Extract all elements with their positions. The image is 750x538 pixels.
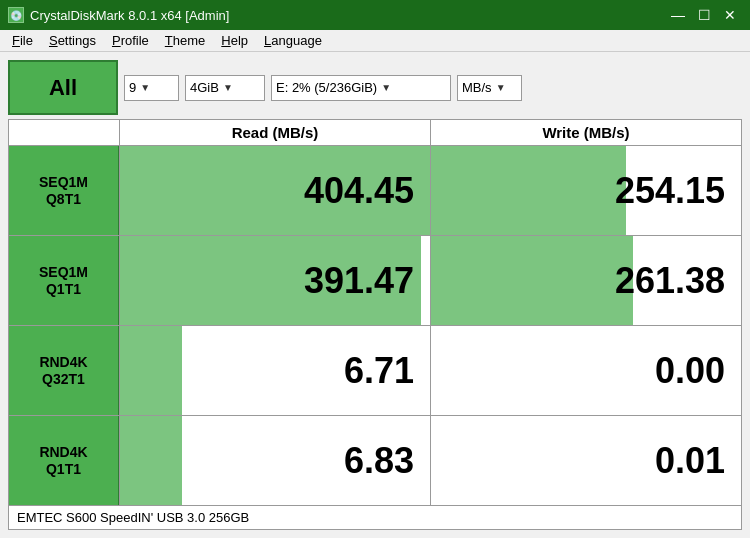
window-title: CrystalDiskMark 8.0.1 x64 [Admin] [30,8,229,23]
row-label-0: SEQ1MQ8T1 [9,146,119,235]
write-value-2: 0.00 [655,350,725,392]
read-cell-1: 391.47 [119,236,430,325]
controls-row: All 9 ▼ 4GiB ▼ E: 2% (5/236GiB) ▼ MB/s ▼ [8,60,742,115]
runs-arrow: ▼ [140,82,150,93]
runs-value: 9 [129,80,136,95]
main-content: All 9 ▼ 4GiB ▼ E: 2% (5/236GiB) ▼ MB/s ▼… [0,52,750,538]
read-value-3: 6.83 [344,440,414,482]
size-arrow: ▼ [223,82,233,93]
write-cell-3: 0.01 [430,416,741,505]
row-label-text-2: RND4KQ32T1 [39,354,87,388]
runs-dropdown[interactable]: 9 ▼ [124,75,179,101]
table-row: SEQ1MQ8T1 404.45 254.15 [9,146,741,236]
status-bar: EMTEC S600 SpeedIN' USB 3.0 256GB [8,506,742,530]
read-value-0: 404.45 [304,170,414,212]
title-bar-left: 💿 CrystalDiskMark 8.0.1 x64 [Admin] [8,7,229,23]
unit-arrow: ▼ [496,82,506,93]
read-bar-2 [120,326,182,415]
write-cell-1: 261.38 [430,236,741,325]
all-button[interactable]: All [8,60,118,115]
table-row: SEQ1MQ1T1 391.47 261.38 [9,236,741,326]
read-cell-3: 6.83 [119,416,430,505]
menu-language[interactable]: Language [256,30,330,51]
unit-dropdown[interactable]: MB/s ▼ [457,75,522,101]
menu-profile[interactable]: Profile [104,30,157,51]
row-label-2: RND4KQ32T1 [9,326,119,415]
write-cell-2: 0.00 [430,326,741,415]
table-header: Read (MB/s) Write (MB/s) [9,120,741,146]
menu-file[interactable]: File [4,30,41,51]
row-label-text-0: SEQ1MQ8T1 [39,174,88,208]
menu-help[interactable]: Help [213,30,256,51]
drive-dropdown[interactable]: E: 2% (5/236GiB) ▼ [271,75,451,101]
row-label-text-1: SEQ1MQ1T1 [39,264,88,298]
col-label-header [9,120,119,145]
drive-arrow: ▼ [381,82,391,93]
menu-bar: File Settings Profile Theme Help Languag… [0,30,750,52]
write-value-0: 254.15 [615,170,725,212]
minimize-button[interactable]: — [666,4,690,26]
read-cell-2: 6.71 [119,326,430,415]
menu-settings[interactable]: Settings [41,30,104,51]
read-value-2: 6.71 [344,350,414,392]
maximize-button[interactable]: ☐ [692,4,716,26]
size-value: 4GiB [190,80,219,95]
drive-value: E: 2% (5/236GiB) [276,80,377,95]
table-row: RND4KQ1T1 6.83 0.01 [9,416,741,505]
write-bar-0 [431,146,626,235]
table-row: RND4KQ32T1 6.71 0.00 [9,326,741,416]
row-label-3: RND4KQ1T1 [9,416,119,505]
read-value-1: 391.47 [304,260,414,302]
unit-value: MB/s [462,80,492,95]
close-button[interactable]: ✕ [718,4,742,26]
col-write-header: Write (MB/s) [430,120,741,145]
row-label-text-3: RND4KQ1T1 [39,444,87,478]
write-value-1: 261.38 [615,260,725,302]
benchmark-table: Read (MB/s) Write (MB/s) SEQ1MQ8T1 404.4… [8,119,742,506]
status-text: EMTEC S600 SpeedIN' USB 3.0 256GB [17,510,249,525]
read-cell-0: 404.45 [119,146,430,235]
write-value-3: 0.01 [655,440,725,482]
size-dropdown[interactable]: 4GiB ▼ [185,75,265,101]
write-cell-0: 254.15 [430,146,741,235]
row-label-1: SEQ1MQ1T1 [9,236,119,325]
col-read-header: Read (MB/s) [119,120,430,145]
write-bar-1 [431,236,633,325]
menu-theme[interactable]: Theme [157,30,213,51]
app-icon: 💿 [8,7,24,23]
read-bar-3 [120,416,182,505]
title-bar: 💿 CrystalDiskMark 8.0.1 x64 [Admin] — ☐ … [0,0,750,30]
window-controls: — ☐ ✕ [666,4,742,26]
